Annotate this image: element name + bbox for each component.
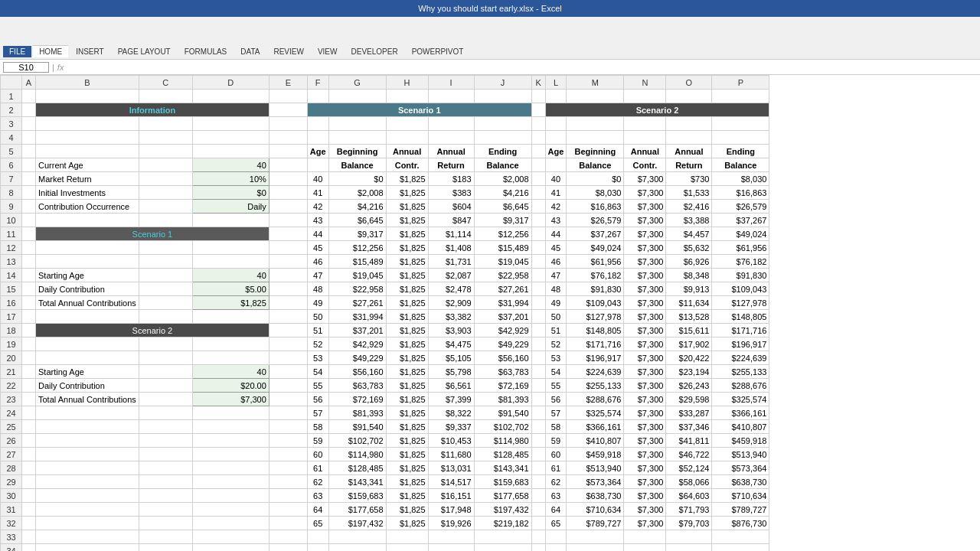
cell-I14[interactable]: $2,087 <box>428 269 474 282</box>
cell-G29[interactable]: $143,341 <box>328 475 386 489</box>
cell-C25[interactable] <box>139 420 192 434</box>
cell-F6[interactable] <box>307 158 328 172</box>
cell-H23[interactable]: $1,825 <box>386 393 428 406</box>
cell-O34[interactable] <box>666 544 712 552</box>
cell-L33[interactable] <box>545 530 567 544</box>
cell-B8[interactable]: Initial Investments <box>36 186 139 200</box>
cell-P31[interactable]: $789,727 <box>712 503 769 517</box>
cell-H10[interactable]: $1,825 <box>386 214 428 227</box>
cell-K11[interactable] <box>531 227 545 241</box>
cell-C17[interactable] <box>139 310 192 324</box>
ribbon-tab-view[interactable]: VIEW <box>312 46 344 57</box>
cell-I10[interactable]: $847 <box>428 214 474 227</box>
cell-M5[interactable]: Beginning <box>567 145 624 158</box>
cell-I11[interactable]: $1,114 <box>428 227 474 241</box>
cell-F30[interactable]: 63 <box>307 489 328 503</box>
cell-F2[interactable]: Scenario 1 <box>307 103 531 117</box>
cell-H4[interactable] <box>386 131 428 145</box>
cell-H19[interactable]: $1,825 <box>386 337 428 351</box>
cell-E27[interactable] <box>269 448 307 461</box>
cell-A10[interactable] <box>22 214 36 227</box>
cell-A17[interactable] <box>22 310 36 324</box>
cell-G1[interactable] <box>328 90 386 103</box>
cell-I3[interactable] <box>428 117 474 131</box>
cell-N1[interactable] <box>624 90 666 103</box>
cell-L13[interactable]: 46 <box>545 255 567 269</box>
cell-K16[interactable] <box>531 296 545 310</box>
cell-M12[interactable]: $49,024 <box>567 241 624 255</box>
cell-B30[interactable] <box>36 489 139 503</box>
cell-C29[interactable] <box>139 475 192 489</box>
cell-O21[interactable]: $23,194 <box>666 365 712 379</box>
cell-P13[interactable]: $76,182 <box>712 255 769 269</box>
cell-N9[interactable]: $7,300 <box>624 200 666 214</box>
cell-H1[interactable] <box>386 90 428 103</box>
cell-D20[interactable] <box>192 351 269 365</box>
cell-F16[interactable]: 49 <box>307 296 328 310</box>
cell-D17[interactable] <box>192 310 269 324</box>
cell-P1[interactable] <box>712 90 769 103</box>
cell-B4[interactable] <box>36 131 139 145</box>
cell-H31[interactable]: $1,825 <box>386 503 428 517</box>
cell-A6[interactable] <box>22 158 36 172</box>
cell-O29[interactable]: $58,066 <box>666 475 712 489</box>
cell-E9[interactable] <box>269 200 307 214</box>
col-I[interactable]: I <box>428 76 474 90</box>
cell-F22[interactable]: 55 <box>307 379 328 393</box>
cell-I26[interactable]: $10,453 <box>428 434 474 448</box>
cell-O7[interactable]: $730 <box>666 172 712 186</box>
cell-I20[interactable]: $5,105 <box>428 351 474 365</box>
cell-C20[interactable] <box>139 351 192 365</box>
cell-G22[interactable]: $63,783 <box>328 379 386 393</box>
cell-B22[interactable]: Daily Contribution <box>36 379 139 393</box>
cell-P32[interactable]: $876,730 <box>712 517 769 530</box>
cell-B24[interactable] <box>36 406 139 420</box>
cell-H16[interactable]: $1,825 <box>386 296 428 310</box>
cell-L25[interactable]: 58 <box>545 420 567 434</box>
ribbon-tab-file[interactable]: FILE <box>3 46 31 57</box>
cell-C8[interactable] <box>139 186 192 200</box>
cell-H15[interactable]: $1,825 <box>386 282 428 296</box>
cell-M8[interactable]: $8,030 <box>567 186 624 200</box>
cell-C14[interactable] <box>139 269 192 282</box>
cell-C34[interactable] <box>139 544 192 552</box>
cell-N19[interactable]: $7,300 <box>624 337 666 351</box>
cell-D9[interactable]: Daily <box>192 200 269 214</box>
cell-H9[interactable]: $1,825 <box>386 200 428 214</box>
cell-E12[interactable] <box>269 241 307 255</box>
cell-A7[interactable] <box>22 172 36 186</box>
cell-B10[interactable] <box>36 214 139 227</box>
cell-F24[interactable]: 57 <box>307 406 328 420</box>
cell-A31[interactable] <box>22 503 36 517</box>
cell-P30[interactable]: $710,634 <box>712 489 769 503</box>
cell-K12[interactable] <box>531 241 545 255</box>
cell-L11[interactable]: 44 <box>545 227 567 241</box>
col-H[interactable]: H <box>386 76 428 90</box>
cell-G33[interactable] <box>328 530 386 544</box>
cell-E7[interactable] <box>269 172 307 186</box>
cell-C30[interactable] <box>139 489 192 503</box>
cell-H32[interactable]: $1,825 <box>386 517 428 530</box>
cell-A33[interactable] <box>22 530 36 544</box>
cell-L12[interactable]: 45 <box>545 241 567 255</box>
cell-C22[interactable] <box>139 379 192 393</box>
cell-F23[interactable]: 56 <box>307 393 328 406</box>
cell-I32[interactable]: $19,926 <box>428 517 474 530</box>
cell-H3[interactable] <box>386 117 428 131</box>
cell-K32[interactable] <box>531 517 545 530</box>
cell-P34[interactable] <box>712 544 769 552</box>
cell-D6[interactable]: 40 <box>192 158 269 172</box>
cell-E11[interactable] <box>269 227 307 241</box>
cell-P27[interactable]: $513,940 <box>712 448 769 461</box>
cell-C4[interactable] <box>139 131 192 145</box>
cell-J29[interactable]: $159,683 <box>474 475 531 489</box>
cell-K22[interactable] <box>531 379 545 393</box>
cell-P9[interactable]: $26,579 <box>712 200 769 214</box>
cell-J32[interactable]: $219,182 <box>474 517 531 530</box>
cell-J28[interactable]: $143,341 <box>474 461 531 475</box>
cell-P26[interactable]: $459,918 <box>712 434 769 448</box>
cell-E32[interactable] <box>269 517 307 530</box>
cell-J22[interactable]: $72,169 <box>474 379 531 393</box>
cell-K24[interactable] <box>531 406 545 420</box>
cell-E8[interactable] <box>269 186 307 200</box>
